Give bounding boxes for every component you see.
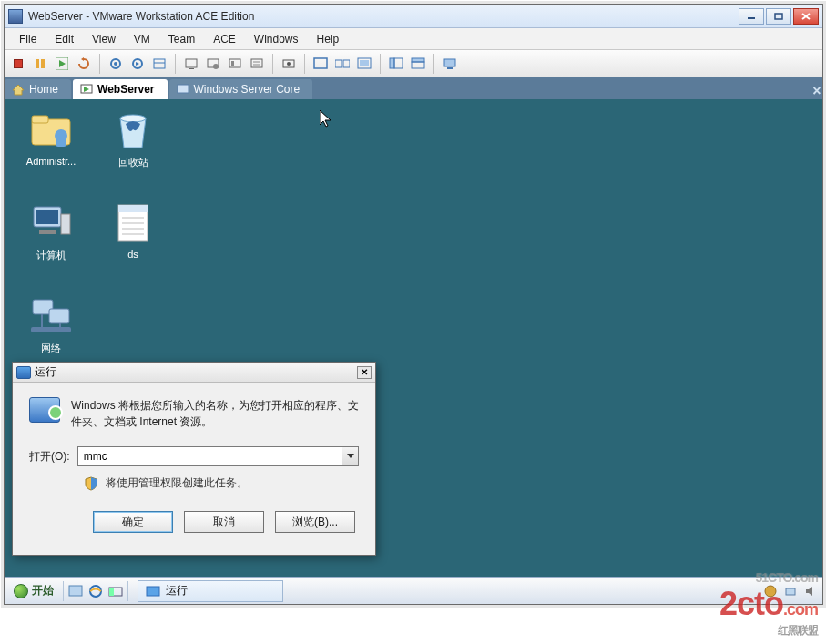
tray-volume-icon[interactable]: [802, 583, 819, 599]
start-orb-icon: [14, 584, 28, 598]
snapshot-icon[interactable]: [106, 54, 126, 74]
svg-rect-30: [360, 60, 369, 66]
svg-point-18: [213, 64, 219, 69]
guest-desktop[interactable]: Administr... 回收站 计算机 ds 网络: [5, 99, 822, 604]
svg-rect-51: [118, 205, 148, 212]
svg-rect-15: [186, 59, 197, 67]
play-vm-icon[interactable]: [52, 54, 72, 74]
desktop-icon-label: Administr...: [26, 156, 76, 167]
desktop-icon-label: 回收站: [118, 157, 148, 168]
svg-rect-47: [36, 210, 58, 224]
run-title-text: 运行: [35, 364, 357, 380]
svg-marker-7: [59, 60, 66, 67]
tray-security-icon[interactable]: [762, 583, 779, 599]
workstation-view-icon[interactable]: [440, 54, 460, 74]
run-close-button[interactable]: ✕: [357, 366, 372, 379]
taskbar-item-run[interactable]: 运行: [138, 580, 283, 602]
menu-help[interactable]: Help: [308, 30, 349, 48]
menu-vm[interactable]: VM: [125, 30, 159, 48]
unity-icon[interactable]: [354, 54, 374, 74]
titlebar: WebServer - VMware Workstation ACE Editi…: [5, 5, 822, 28]
svg-rect-4: [36, 59, 39, 68]
run-app-icon: [29, 397, 60, 423]
toolbar-toggle-icon[interactable]: [408, 54, 428, 74]
svg-rect-19: [229, 59, 240, 67]
run-dialog-titlebar[interactable]: 运行 ✕: [13, 363, 375, 383]
tab-close-icon[interactable]: ×: [809, 83, 825, 99]
tab-wincore[interactable]: Windows Server Core: [169, 79, 313, 99]
desktop-icon-recycle[interactable]: 回收站: [99, 108, 167, 169]
snapshot-manager-icon[interactable]: [149, 54, 169, 74]
menu-ace[interactable]: ACE: [204, 30, 245, 48]
desktop-icon-label: ds: [127, 249, 138, 260]
menu-team[interactable]: Team: [159, 30, 204, 48]
screen-capture-icon[interactable]: [279, 54, 299, 74]
desktop-icon-ds[interactable]: ds: [99, 201, 167, 260]
maximize-button[interactable]: [766, 8, 791, 25]
text-file-icon: [111, 201, 155, 245]
run-dialog: 运行 ✕ Windows 将根据您所输入的名称，为您打开相应的程序、文件夹、文档…: [12, 362, 376, 556]
svg-rect-32: [394, 58, 403, 68]
pause-vm-icon[interactable]: [30, 54, 50, 74]
svg-marker-8: [81, 57, 84, 61]
stop-vm-icon[interactable]: [8, 54, 28, 74]
show-console-icon[interactable]: [181, 54, 201, 74]
window-title: WebServer - VMware Workstation ACE Editi…: [28, 10, 739, 23]
menu-file[interactable]: File: [10, 30, 46, 48]
svg-rect-69: [786, 588, 795, 595]
desktop-icon-computer[interactable]: 计算机: [17, 201, 85, 262]
shield-icon: [84, 476, 98, 491]
run-icon: [146, 585, 160, 598]
run-cancel-button[interactable]: 取消: [184, 511, 264, 533]
desktop-icon-label: 计算机: [36, 250, 66, 261]
svg-point-45: [120, 115, 146, 122]
svg-rect-5: [41, 59, 45, 68]
show-appliance-icon[interactable]: [247, 54, 267, 74]
revert-snapshot-icon[interactable]: [127, 54, 148, 74]
tab-home[interactable]: Home: [5, 79, 71, 99]
sidebar-toggle-icon[interactable]: [386, 54, 406, 74]
svg-point-68: [765, 586, 776, 597]
start-label: 开始: [32, 583, 54, 598]
start-button[interactable]: 开始: [8, 581, 59, 600]
fullscreen-icon[interactable]: [311, 54, 331, 74]
run-icon: [16, 366, 31, 379]
toolbar: [5, 50, 822, 77]
menu-windows[interactable]: Windows: [245, 30, 308, 48]
svg-rect-28: [343, 60, 350, 67]
run-ok-button[interactable]: 确定: [93, 511, 173, 533]
svg-marker-70: [806, 587, 812, 596]
show-summary-icon[interactable]: [225, 54, 245, 74]
dropdown-icon[interactable]: [342, 447, 358, 465]
desktop-icon-network[interactable]: 网络: [17, 294, 85, 355]
run-open-combo[interactable]: [77, 446, 359, 466]
show-settings-icon[interactable]: [203, 54, 223, 74]
menu-edit[interactable]: Edit: [46, 30, 83, 48]
desktop-icon-administrator[interactable]: Administr...: [17, 108, 85, 167]
svg-rect-36: [447, 67, 453, 69]
tab-webserver[interactable]: WebServer: [73, 79, 167, 99]
tab-wincore-label: Windows Server Core: [194, 83, 301, 96]
mouse-cursor-icon: [320, 110, 332, 128]
svg-marker-37: [13, 85, 24, 95]
quicklaunch-show-desktop-icon[interactable]: [67, 583, 84, 599]
tab-home-label: Home: [29, 83, 58, 96]
quick-switch-icon[interactable]: [332, 54, 352, 74]
tray-network-icon[interactable]: [782, 583, 799, 599]
svg-rect-44: [56, 139, 66, 147]
minimize-button[interactable]: [739, 8, 764, 25]
svg-rect-35: [444, 59, 455, 66]
menu-view[interactable]: View: [83, 30, 125, 48]
run-description: Windows 将根据您所输入的名称，为您打开相应的程序、文件夹、文档或 Int…: [71, 397, 359, 430]
svg-rect-67: [147, 587, 159, 596]
desktop-icon-label: 网络: [41, 342, 61, 353]
run-open-label: 打开(O):: [29, 449, 70, 465]
run-browse-button[interactable]: 浏览(B)...: [275, 511, 355, 533]
close-button[interactable]: [793, 8, 819, 25]
run-open-input[interactable]: [78, 447, 342, 465]
quicklaunch-ie-icon[interactable]: [87, 583, 104, 599]
svg-rect-26: [314, 58, 327, 68]
reset-vm-icon[interactable]: [74, 54, 94, 74]
quicklaunch-explorer-icon[interactable]: [107, 583, 124, 599]
svg-rect-57: [49, 309, 69, 323]
